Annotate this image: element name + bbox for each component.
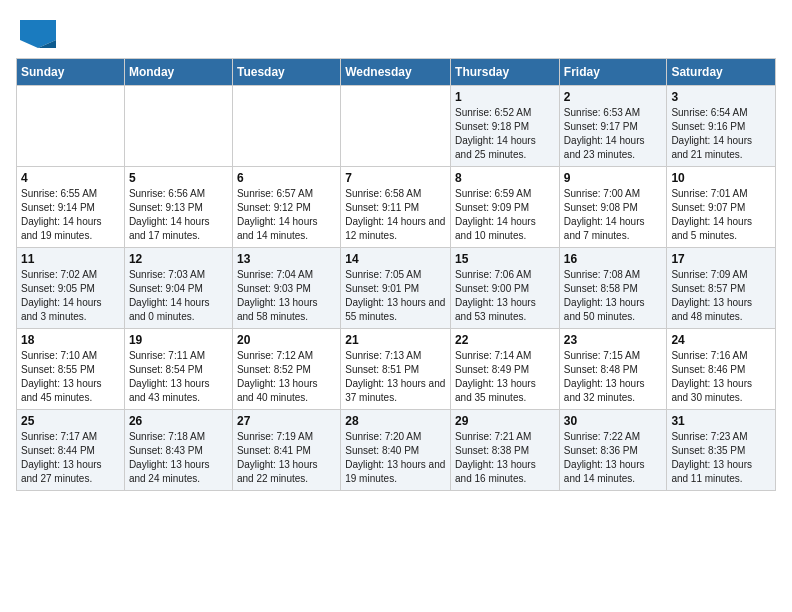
- day-detail: Sunrise: 6:55 AMSunset: 9:14 PMDaylight:…: [21, 188, 102, 241]
- day-number: 19: [129, 333, 228, 347]
- page-header: [16, 16, 776, 48]
- calendar-cell: 23 Sunrise: 7:15 AMSunset: 8:48 PMDaylig…: [559, 329, 667, 410]
- weekday-header-cell: Saturday: [667, 59, 776, 86]
- calendar-cell: 7 Sunrise: 6:58 AMSunset: 9:11 PMDayligh…: [341, 167, 451, 248]
- day-number: 21: [345, 333, 446, 347]
- day-number: 22: [455, 333, 555, 347]
- day-detail: Sunrise: 7:19 AMSunset: 8:41 PMDaylight:…: [237, 431, 318, 484]
- day-number: 20: [237, 333, 336, 347]
- calendar-cell: 27 Sunrise: 7:19 AMSunset: 8:41 PMDaylig…: [232, 410, 340, 491]
- calendar-cell: 22 Sunrise: 7:14 AMSunset: 8:49 PMDaylig…: [451, 329, 560, 410]
- day-detail: Sunrise: 7:11 AMSunset: 8:54 PMDaylight:…: [129, 350, 210, 403]
- day-number: 13: [237, 252, 336, 266]
- logo-icon: [20, 20, 56, 48]
- day-detail: Sunrise: 7:17 AMSunset: 8:44 PMDaylight:…: [21, 431, 102, 484]
- day-detail: Sunrise: 7:14 AMSunset: 8:49 PMDaylight:…: [455, 350, 536, 403]
- weekday-header-cell: Wednesday: [341, 59, 451, 86]
- calendar-cell: 2 Sunrise: 6:53 AMSunset: 9:17 PMDayligh…: [559, 86, 667, 167]
- day-number: 18: [21, 333, 120, 347]
- calendar-cell: 30 Sunrise: 7:22 AMSunset: 8:36 PMDaylig…: [559, 410, 667, 491]
- day-detail: Sunrise: 7:04 AMSunset: 9:03 PMDaylight:…: [237, 269, 318, 322]
- day-number: 25: [21, 414, 120, 428]
- day-number: 6: [237, 171, 336, 185]
- calendar-cell: 25 Sunrise: 7:17 AMSunset: 8:44 PMDaylig…: [17, 410, 125, 491]
- day-detail: Sunrise: 7:00 AMSunset: 9:08 PMDaylight:…: [564, 188, 645, 241]
- calendar-cell: 13 Sunrise: 7:04 AMSunset: 9:03 PMDaylig…: [232, 248, 340, 329]
- day-detail: Sunrise: 7:16 AMSunset: 8:46 PMDaylight:…: [671, 350, 752, 403]
- day-detail: Sunrise: 6:54 AMSunset: 9:16 PMDaylight:…: [671, 107, 752, 160]
- day-number: 27: [237, 414, 336, 428]
- day-number: 17: [671, 252, 771, 266]
- day-detail: Sunrise: 7:22 AMSunset: 8:36 PMDaylight:…: [564, 431, 645, 484]
- day-number: 15: [455, 252, 555, 266]
- calendar-cell: 28 Sunrise: 7:20 AMSunset: 8:40 PMDaylig…: [341, 410, 451, 491]
- day-number: 14: [345, 252, 446, 266]
- calendar-cell: 6 Sunrise: 6:57 AMSunset: 9:12 PMDayligh…: [232, 167, 340, 248]
- day-detail: Sunrise: 7:21 AMSunset: 8:38 PMDaylight:…: [455, 431, 536, 484]
- day-number: 11: [21, 252, 120, 266]
- calendar-week-row: 1 Sunrise: 6:52 AMSunset: 9:18 PMDayligh…: [17, 86, 776, 167]
- weekday-header-cell: Friday: [559, 59, 667, 86]
- calendar-cell: [341, 86, 451, 167]
- day-number: 5: [129, 171, 228, 185]
- weekday-header-cell: Sunday: [17, 59, 125, 86]
- day-detail: Sunrise: 7:18 AMSunset: 8:43 PMDaylight:…: [129, 431, 210, 484]
- day-number: 31: [671, 414, 771, 428]
- calendar-cell: 19 Sunrise: 7:11 AMSunset: 8:54 PMDaylig…: [124, 329, 232, 410]
- day-number: 10: [671, 171, 771, 185]
- day-number: 9: [564, 171, 663, 185]
- calendar-cell: 10 Sunrise: 7:01 AMSunset: 9:07 PMDaylig…: [667, 167, 776, 248]
- calendar-cell: [17, 86, 125, 167]
- day-detail: Sunrise: 7:20 AMSunset: 8:40 PMDaylight:…: [345, 431, 445, 484]
- calendar-cell: 31 Sunrise: 7:23 AMSunset: 8:35 PMDaylig…: [667, 410, 776, 491]
- calendar-cell: 26 Sunrise: 7:18 AMSunset: 8:43 PMDaylig…: [124, 410, 232, 491]
- day-detail: Sunrise: 6:52 AMSunset: 9:18 PMDaylight:…: [455, 107, 536, 160]
- calendar-cell: 20 Sunrise: 7:12 AMSunset: 8:52 PMDaylig…: [232, 329, 340, 410]
- logo: [16, 20, 56, 48]
- calendar-week-row: 11 Sunrise: 7:02 AMSunset: 9:05 PMDaylig…: [17, 248, 776, 329]
- calendar-cell: 14 Sunrise: 7:05 AMSunset: 9:01 PMDaylig…: [341, 248, 451, 329]
- day-detail: Sunrise: 6:59 AMSunset: 9:09 PMDaylight:…: [455, 188, 536, 241]
- calendar-cell: 18 Sunrise: 7:10 AMSunset: 8:55 PMDaylig…: [17, 329, 125, 410]
- day-detail: Sunrise: 6:58 AMSunset: 9:11 PMDaylight:…: [345, 188, 445, 241]
- calendar-cell: 24 Sunrise: 7:16 AMSunset: 8:46 PMDaylig…: [667, 329, 776, 410]
- calendar-cell: 1 Sunrise: 6:52 AMSunset: 9:18 PMDayligh…: [451, 86, 560, 167]
- day-number: 16: [564, 252, 663, 266]
- calendar-week-row: 4 Sunrise: 6:55 AMSunset: 9:14 PMDayligh…: [17, 167, 776, 248]
- day-number: 12: [129, 252, 228, 266]
- calendar-cell: 29 Sunrise: 7:21 AMSunset: 8:38 PMDaylig…: [451, 410, 560, 491]
- day-detail: Sunrise: 7:10 AMSunset: 8:55 PMDaylight:…: [21, 350, 102, 403]
- day-detail: Sunrise: 7:06 AMSunset: 9:00 PMDaylight:…: [455, 269, 536, 322]
- day-number: 28: [345, 414, 446, 428]
- day-number: 2: [564, 90, 663, 104]
- day-number: 7: [345, 171, 446, 185]
- calendar-cell: 8 Sunrise: 6:59 AMSunset: 9:09 PMDayligh…: [451, 167, 560, 248]
- day-detail: Sunrise: 7:02 AMSunset: 9:05 PMDaylight:…: [21, 269, 102, 322]
- day-detail: Sunrise: 7:05 AMSunset: 9:01 PMDaylight:…: [345, 269, 445, 322]
- calendar-week-row: 18 Sunrise: 7:10 AMSunset: 8:55 PMDaylig…: [17, 329, 776, 410]
- calendar-cell: 9 Sunrise: 7:00 AMSunset: 9:08 PMDayligh…: [559, 167, 667, 248]
- day-number: 26: [129, 414, 228, 428]
- day-number: 1: [455, 90, 555, 104]
- day-detail: Sunrise: 7:08 AMSunset: 8:58 PMDaylight:…: [564, 269, 645, 322]
- calendar-cell: 5 Sunrise: 6:56 AMSunset: 9:13 PMDayligh…: [124, 167, 232, 248]
- calendar-table: SundayMondayTuesdayWednesdayThursdayFrid…: [16, 58, 776, 491]
- calendar-week-row: 25 Sunrise: 7:17 AMSunset: 8:44 PMDaylig…: [17, 410, 776, 491]
- calendar-cell: 3 Sunrise: 6:54 AMSunset: 9:16 PMDayligh…: [667, 86, 776, 167]
- day-number: 29: [455, 414, 555, 428]
- calendar-cell: 16 Sunrise: 7:08 AMSunset: 8:58 PMDaylig…: [559, 248, 667, 329]
- calendar-cell: 12 Sunrise: 7:03 AMSunset: 9:04 PMDaylig…: [124, 248, 232, 329]
- day-detail: Sunrise: 6:56 AMSunset: 9:13 PMDaylight:…: [129, 188, 210, 241]
- day-detail: Sunrise: 7:03 AMSunset: 9:04 PMDaylight:…: [129, 269, 210, 322]
- day-number: 4: [21, 171, 120, 185]
- day-detail: Sunrise: 7:13 AMSunset: 8:51 PMDaylight:…: [345, 350, 445, 403]
- day-detail: Sunrise: 6:57 AMSunset: 9:12 PMDaylight:…: [237, 188, 318, 241]
- day-detail: Sunrise: 7:15 AMSunset: 8:48 PMDaylight:…: [564, 350, 645, 403]
- weekday-header-cell: Tuesday: [232, 59, 340, 86]
- weekday-header-cell: Monday: [124, 59, 232, 86]
- day-number: 24: [671, 333, 771, 347]
- day-detail: Sunrise: 6:53 AMSunset: 9:17 PMDaylight:…: [564, 107, 645, 160]
- calendar-cell: [124, 86, 232, 167]
- calendar-cell: 17 Sunrise: 7:09 AMSunset: 8:57 PMDaylig…: [667, 248, 776, 329]
- day-detail: Sunrise: 7:09 AMSunset: 8:57 PMDaylight:…: [671, 269, 752, 322]
